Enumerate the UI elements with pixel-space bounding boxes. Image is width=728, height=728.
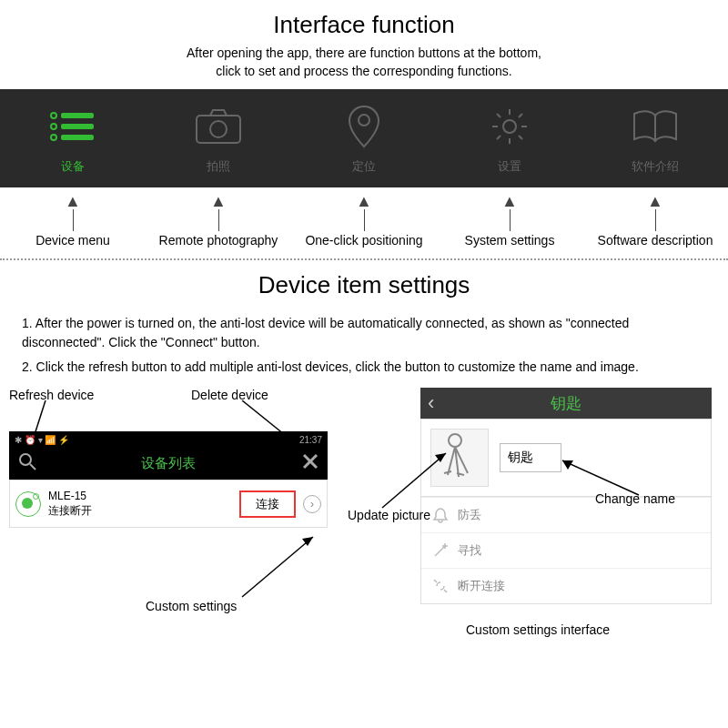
right-illustration: ‹ 钥匙 钥匙 防丢 寻找 (366, 388, 719, 659)
device-image[interactable] (430, 429, 489, 487)
pin-icon (346, 102, 382, 151)
svg-point-15 (20, 454, 31, 465)
tab-about[interactable]: 软件介绍 (582, 89, 728, 187)
svg-point-7 (210, 121, 227, 137)
status-icons: ✱ ⏰ ▾ 📶 ⚡ (15, 435, 69, 445)
arrow-row: ▲ ▲ ▲ ▲ ▲ (0, 187, 728, 231)
svg-line-16 (30, 464, 35, 470)
inst1: 1. After the power is turned on, the ant… (22, 314, 706, 352)
instructions: 1. After the power is turned on, the ant… (0, 305, 728, 386)
svg-point-8 (359, 115, 369, 126)
device-row[interactable]: MLE-15 连接断开 连接 › (10, 480, 327, 527)
device-status: 连接断开 (48, 504, 232, 519)
menu-find-label: 寻找 (458, 542, 481, 559)
tab-camera-label: 拍照 (207, 158, 230, 175)
svg-line-19 (242, 537, 313, 597)
inst2: 2. Click the refresh button to add multi… (22, 358, 706, 377)
status-bar: ✱ ⏰ ▾ 📶 ⚡ 21:37 (9, 431, 328, 448)
svg-point-21 (449, 434, 461, 447)
device-list-header: 设备列表 (9, 448, 328, 480)
status-time: 21:37 (299, 435, 322, 445)
tab-location-label: 定位 (352, 158, 376, 175)
menu-anti-lost-label: 防丢 (458, 507, 481, 523)
gear-icon (489, 102, 531, 151)
book-icon (631, 102, 680, 151)
connect-button[interactable]: 连接 (239, 490, 296, 518)
tab-about-label: 软件介绍 (632, 158, 679, 175)
english-labels-row: Device menu Remote photography One-click… (0, 231, 728, 258)
svg-point-9 (503, 120, 516, 133)
list-icon (48, 102, 97, 151)
device-info: MLE-15 连接断开 (48, 490, 232, 518)
tab-location[interactable]: 定位 (291, 89, 437, 187)
close-icon[interactable] (302, 453, 318, 474)
section1-title: Interface function (0, 0, 728, 45)
device-list-title: 设备列表 (141, 455, 196, 472)
detail-header: ‹ 钥匙 (420, 388, 712, 419)
tab-settings[interactable]: 设置 (437, 89, 582, 187)
device-icon (15, 491, 41, 517)
callout-change-name: Change name (595, 491, 675, 506)
tab-camera[interactable]: 拍照 (146, 89, 291, 187)
device-name: MLE-15 (48, 490, 232, 504)
svg-marker-20 (302, 537, 313, 546)
svg-line-22 (435, 546, 445, 556)
unlink-icon (432, 578, 449, 594)
tab-settings-label: 设置 (498, 158, 521, 175)
callout-update-picture: Update picture (348, 508, 430, 522)
callout-custom-settings: Custom settings (146, 599, 237, 613)
label-remote-photo: Remote photography (146, 233, 291, 248)
svg-rect-6 (197, 116, 240, 143)
profile-row: 钥匙 (420, 419, 712, 496)
label-device-menu: Device menu (0, 233, 146, 248)
search-icon[interactable] (18, 452, 36, 475)
device-list-screen: ✱ ⏰ ▾ 📶 ⚡ 21:37 设备列表 MLE-15 连接断开 (9, 431, 328, 528)
camera-icon (195, 102, 242, 151)
section1-desc: After opening the app, there are functio… (0, 45, 728, 89)
menu-find[interactable]: 寻找 (421, 532, 711, 568)
desc-line2: click to set and process the correspondi… (216, 64, 511, 78)
tab-device-label: 设备 (61, 158, 85, 175)
svg-point-4 (51, 135, 56, 140)
label-positioning: One-click positioning (291, 233, 437, 248)
name-input[interactable]: 钥匙 (500, 443, 561, 472)
menu-disconnect-label: 断开连接 (458, 578, 505, 594)
menu-disconnect[interactable]: 断开连接 (421, 568, 711, 603)
label-software-desc: Software description (582, 233, 728, 248)
left-illustration: Refresh device Delete device ✱ ⏰ ▾ 📶 ⚡ 2… (9, 388, 362, 659)
wand-icon (432, 542, 449, 559)
tab-device[interactable]: 设备 (0, 89, 146, 187)
detail-title: 钥匙 (420, 393, 712, 414)
callout-delete: Delete device (191, 388, 268, 402)
callout-refresh: Refresh device (9, 388, 94, 402)
desc-line1: After opening the app, there are functio… (187, 46, 541, 60)
section2-title: Device item settings (0, 260, 728, 305)
label-system-settings: System settings (437, 233, 582, 248)
custom-settings-caption: Custom settings interface (466, 622, 610, 637)
svg-rect-1 (61, 113, 94, 118)
bell-icon (432, 507, 449, 523)
svg-rect-3 (61, 124, 94, 129)
svg-rect-5 (61, 135, 94, 140)
chevron-right-icon[interactable]: › (303, 495, 321, 513)
settings-menu: 防丢 寻找 断开连接 (420, 496, 712, 604)
svg-point-0 (51, 113, 56, 118)
tab-bar: 设备 拍照 定位 设置 (0, 89, 728, 187)
svg-point-2 (51, 124, 56, 129)
